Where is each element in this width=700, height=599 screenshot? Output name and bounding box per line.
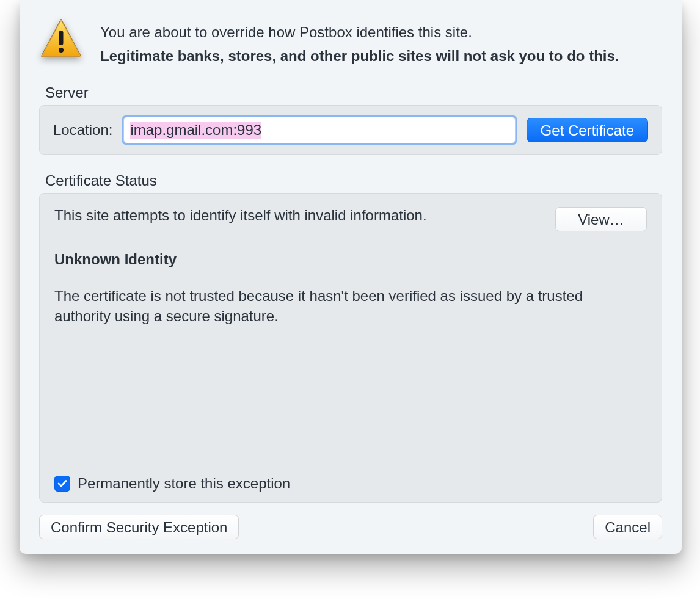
checkmark-icon xyxy=(57,478,68,489)
location-label: Location: xyxy=(53,122,112,139)
unknown-identity-heading: Unknown Identity xyxy=(54,251,647,268)
permanent-store-checkbox[interactable] xyxy=(54,476,70,492)
header-line1: You are about to override how Postbox id… xyxy=(100,21,619,43)
certificate-status-legend: Certificate Status xyxy=(39,172,662,193)
server-group: Location: Get Certificate xyxy=(39,105,662,155)
location-input[interactable] xyxy=(123,117,515,143)
cert-reason-text: The certificate is not trusted because i… xyxy=(54,286,641,326)
svg-rect-1 xyxy=(59,31,64,45)
certificate-status-group: This site attempts to identify itself wi… xyxy=(39,193,662,503)
cert-attempt-text: This site attempts to identify itself wi… xyxy=(54,207,543,224)
server-legend: Server xyxy=(39,84,662,105)
warning-icon xyxy=(39,17,83,61)
confirm-security-exception-button[interactable]: Confirm Security Exception xyxy=(39,515,239,539)
get-certificate-button[interactable]: Get Certificate xyxy=(527,118,648,142)
cancel-button[interactable]: Cancel xyxy=(593,515,662,539)
security-exception-dialog: You are about to override how Postbox id… xyxy=(20,0,682,554)
permanent-store-label[interactable]: Permanently store this exception xyxy=(78,475,290,492)
view-certificate-button[interactable]: View… xyxy=(555,207,647,231)
svg-point-0 xyxy=(59,48,64,53)
header-line2: Legitimate banks, stores, and other publ… xyxy=(100,45,619,67)
